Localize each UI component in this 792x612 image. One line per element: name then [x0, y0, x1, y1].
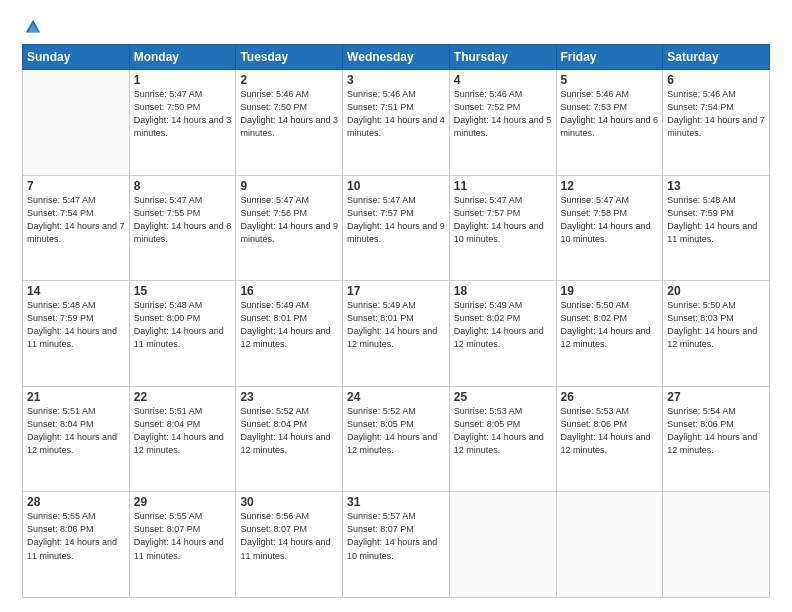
page: SundayMondayTuesdayWednesdayThursdayFrid…	[0, 0, 792, 612]
day-info: Sunrise: 5:52 AMSunset: 8:04 PMDaylight:…	[240, 405, 338, 457]
day-number: 19	[561, 284, 659, 298]
day-number: 15	[134, 284, 232, 298]
calendar-cell: 7Sunrise: 5:47 AMSunset: 7:54 PMDaylight…	[23, 175, 130, 281]
weekday-header-tuesday: Tuesday	[236, 45, 343, 70]
day-number: 28	[27, 495, 125, 509]
calendar-cell: 22Sunrise: 5:51 AMSunset: 8:04 PMDayligh…	[129, 386, 236, 492]
day-info: Sunrise: 5:53 AMSunset: 8:05 PMDaylight:…	[454, 405, 552, 457]
calendar-cell	[449, 492, 556, 598]
day-info: Sunrise: 5:46 AMSunset: 7:50 PMDaylight:…	[240, 88, 338, 140]
day-number: 27	[667, 390, 765, 404]
calendar-cell: 8Sunrise: 5:47 AMSunset: 7:55 PMDaylight…	[129, 175, 236, 281]
day-number: 11	[454, 179, 552, 193]
calendar-cell: 23Sunrise: 5:52 AMSunset: 8:04 PMDayligh…	[236, 386, 343, 492]
weekday-header-monday: Monday	[129, 45, 236, 70]
day-number: 24	[347, 390, 445, 404]
calendar-cell: 21Sunrise: 5:51 AMSunset: 8:04 PMDayligh…	[23, 386, 130, 492]
calendar-cell: 19Sunrise: 5:50 AMSunset: 8:02 PMDayligh…	[556, 281, 663, 387]
calendar-cell: 2Sunrise: 5:46 AMSunset: 7:50 PMDaylight…	[236, 70, 343, 176]
day-info: Sunrise: 5:47 AMSunset: 7:57 PMDaylight:…	[347, 194, 445, 246]
day-number: 1	[134, 73, 232, 87]
calendar-cell: 14Sunrise: 5:48 AMSunset: 7:59 PMDayligh…	[23, 281, 130, 387]
day-info: Sunrise: 5:49 AMSunset: 8:02 PMDaylight:…	[454, 299, 552, 351]
calendar-cell: 16Sunrise: 5:49 AMSunset: 8:01 PMDayligh…	[236, 281, 343, 387]
weekday-header-thursday: Thursday	[449, 45, 556, 70]
day-info: Sunrise: 5:47 AMSunset: 7:58 PMDaylight:…	[561, 194, 659, 246]
day-info: Sunrise: 5:51 AMSunset: 8:04 PMDaylight:…	[27, 405, 125, 457]
day-number: 9	[240, 179, 338, 193]
calendar-cell: 20Sunrise: 5:50 AMSunset: 8:03 PMDayligh…	[663, 281, 770, 387]
week-row-3: 21Sunrise: 5:51 AMSunset: 8:04 PMDayligh…	[23, 386, 770, 492]
day-info: Sunrise: 5:47 AMSunset: 7:50 PMDaylight:…	[134, 88, 232, 140]
day-number: 29	[134, 495, 232, 509]
day-number: 12	[561, 179, 659, 193]
calendar-cell: 12Sunrise: 5:47 AMSunset: 7:58 PMDayligh…	[556, 175, 663, 281]
day-number: 18	[454, 284, 552, 298]
day-info: Sunrise: 5:46 AMSunset: 7:53 PMDaylight:…	[561, 88, 659, 140]
calendar-cell: 10Sunrise: 5:47 AMSunset: 7:57 PMDayligh…	[343, 175, 450, 281]
day-number: 6	[667, 73, 765, 87]
calendar-cell: 26Sunrise: 5:53 AMSunset: 8:06 PMDayligh…	[556, 386, 663, 492]
calendar-cell: 3Sunrise: 5:46 AMSunset: 7:51 PMDaylight…	[343, 70, 450, 176]
day-number: 3	[347, 73, 445, 87]
week-row-2: 14Sunrise: 5:48 AMSunset: 7:59 PMDayligh…	[23, 281, 770, 387]
day-info: Sunrise: 5:49 AMSunset: 8:01 PMDaylight:…	[240, 299, 338, 351]
calendar-cell: 13Sunrise: 5:48 AMSunset: 7:59 PMDayligh…	[663, 175, 770, 281]
day-info: Sunrise: 5:47 AMSunset: 7:54 PMDaylight:…	[27, 194, 125, 246]
day-number: 8	[134, 179, 232, 193]
day-info: Sunrise: 5:47 AMSunset: 7:56 PMDaylight:…	[240, 194, 338, 246]
day-info: Sunrise: 5:55 AMSunset: 8:07 PMDaylight:…	[134, 510, 232, 562]
day-info: Sunrise: 5:53 AMSunset: 8:06 PMDaylight:…	[561, 405, 659, 457]
day-info: Sunrise: 5:46 AMSunset: 7:54 PMDaylight:…	[667, 88, 765, 140]
day-number: 10	[347, 179, 445, 193]
calendar-cell: 6Sunrise: 5:46 AMSunset: 7:54 PMDaylight…	[663, 70, 770, 176]
calendar-cell: 5Sunrise: 5:46 AMSunset: 7:53 PMDaylight…	[556, 70, 663, 176]
day-number: 31	[347, 495, 445, 509]
header	[22, 18, 770, 36]
day-number: 25	[454, 390, 552, 404]
calendar-cell: 29Sunrise: 5:55 AMSunset: 8:07 PMDayligh…	[129, 492, 236, 598]
day-info: Sunrise: 5:46 AMSunset: 7:51 PMDaylight:…	[347, 88, 445, 140]
week-row-1: 7Sunrise: 5:47 AMSunset: 7:54 PMDaylight…	[23, 175, 770, 281]
day-number: 14	[27, 284, 125, 298]
day-number: 22	[134, 390, 232, 404]
calendar-cell: 18Sunrise: 5:49 AMSunset: 8:02 PMDayligh…	[449, 281, 556, 387]
day-info: Sunrise: 5:55 AMSunset: 8:06 PMDaylight:…	[27, 510, 125, 562]
day-number: 16	[240, 284, 338, 298]
day-number: 26	[561, 390, 659, 404]
day-number: 21	[27, 390, 125, 404]
day-number: 30	[240, 495, 338, 509]
day-info: Sunrise: 5:47 AMSunset: 7:57 PMDaylight:…	[454, 194, 552, 246]
calendar-cell: 1Sunrise: 5:47 AMSunset: 7:50 PMDaylight…	[129, 70, 236, 176]
calendar-cell: 24Sunrise: 5:52 AMSunset: 8:05 PMDayligh…	[343, 386, 450, 492]
weekday-header-wednesday: Wednesday	[343, 45, 450, 70]
calendar-cell	[23, 70, 130, 176]
calendar-cell: 31Sunrise: 5:57 AMSunset: 8:07 PMDayligh…	[343, 492, 450, 598]
week-row-4: 28Sunrise: 5:55 AMSunset: 8:06 PMDayligh…	[23, 492, 770, 598]
day-number: 13	[667, 179, 765, 193]
weekday-header-saturday: Saturday	[663, 45, 770, 70]
day-info: Sunrise: 5:52 AMSunset: 8:05 PMDaylight:…	[347, 405, 445, 457]
calendar-cell	[556, 492, 663, 598]
day-number: 23	[240, 390, 338, 404]
day-number: 5	[561, 73, 659, 87]
calendar-cell: 27Sunrise: 5:54 AMSunset: 8:06 PMDayligh…	[663, 386, 770, 492]
day-info: Sunrise: 5:48 AMSunset: 7:59 PMDaylight:…	[667, 194, 765, 246]
calendar-table: SundayMondayTuesdayWednesdayThursdayFrid…	[22, 44, 770, 598]
weekday-header-sunday: Sunday	[23, 45, 130, 70]
weekday-header-friday: Friday	[556, 45, 663, 70]
day-number: 4	[454, 73, 552, 87]
day-info: Sunrise: 5:47 AMSunset: 7:55 PMDaylight:…	[134, 194, 232, 246]
day-info: Sunrise: 5:49 AMSunset: 8:01 PMDaylight:…	[347, 299, 445, 351]
day-number: 7	[27, 179, 125, 193]
calendar-cell: 28Sunrise: 5:55 AMSunset: 8:06 PMDayligh…	[23, 492, 130, 598]
calendar-cell: 9Sunrise: 5:47 AMSunset: 7:56 PMDaylight…	[236, 175, 343, 281]
day-info: Sunrise: 5:51 AMSunset: 8:04 PMDaylight:…	[134, 405, 232, 457]
calendar-cell: 30Sunrise: 5:56 AMSunset: 8:07 PMDayligh…	[236, 492, 343, 598]
day-number: 2	[240, 73, 338, 87]
day-info: Sunrise: 5:54 AMSunset: 8:06 PMDaylight:…	[667, 405, 765, 457]
logo	[22, 18, 42, 36]
day-info: Sunrise: 5:57 AMSunset: 8:07 PMDaylight:…	[347, 510, 445, 562]
day-number: 17	[347, 284, 445, 298]
day-info: Sunrise: 5:50 AMSunset: 8:03 PMDaylight:…	[667, 299, 765, 351]
